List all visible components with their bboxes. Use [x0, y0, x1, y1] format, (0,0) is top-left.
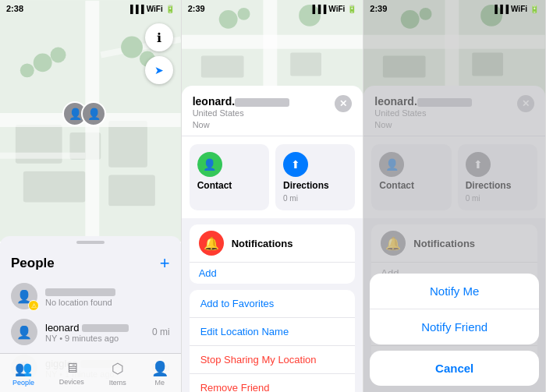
avatar: 👤 ⚠ [11, 283, 37, 309]
notif-info-2: Notifications [232, 238, 293, 249]
map-controls: ℹ ➤ [145, 23, 173, 84]
action-grid-2: 👤 Contact ⬆ Directions 0 mi [182, 136, 363, 218]
person-sub: No location found [45, 298, 170, 307]
status-bar-3: 2:39 ▐▐▐ WiFi 🔋 [363, 0, 545, 17]
person-name: leonard [45, 322, 144, 334]
menu-item-remove-friend-2[interactable]: Remove Friend [190, 374, 356, 392]
contact-label-2: Contact [197, 180, 261, 191]
sheet-header-2: leonard. United States ✕ Now [182, 86, 363, 136]
detail-sheet-2: leonard. United States ✕ Now 👤 Contact ⬆… [182, 86, 363, 392]
panel-3: 2:39 ▐▐▐ WiFi 🔋 leonard. United States ✕… [363, 0, 546, 392]
action-sheet: Notify Me Notify Friend Cancel [363, 274, 545, 392]
person-distance: 0 mi [152, 327, 170, 337]
tab-devices[interactable]: 🖥 Devices [59, 360, 84, 386]
svg-point-11 [51, 48, 66, 63]
notif-add-2[interactable]: Add [190, 262, 356, 284]
tab-items[interactable]: ⬡ Items [109, 360, 126, 387]
sheet-person-name-2: leonard. [193, 95, 289, 108]
svg-point-12 [20, 63, 34, 77]
tab-items-label: Items [109, 379, 126, 387]
status-icons-3: ▐▐▐ WiFi 🔋 [492, 5, 539, 13]
notify-me-button[interactable]: Notify Me [370, 274, 539, 309]
list-item[interactable]: 👤 leonard NY • 9 minutes ago 0 mi [0, 314, 181, 350]
info-button[interactable]: ℹ [145, 23, 173, 51]
battery-icon-2: 🔋 [347, 5, 356, 13]
directions-icon-2: ⬆ [283, 152, 308, 177]
status-bar-2: 2:39 ▐▐▐ WiFi 🔋 [182, 0, 363, 17]
svg-rect-21 [290, 53, 321, 76]
directions-label-2: Directions [283, 180, 347, 191]
tab-people-label: People [12, 379, 34, 387]
list-item[interactable]: 👤 ⚠ No location found [0, 278, 181, 314]
notif-icon-2: 🔔 [199, 231, 224, 256]
menu-item-stop-sharing-2[interactable]: Stop Sharing My Location [190, 346, 356, 374]
action-sheet-options: Notify Me Notify Friend [370, 274, 539, 344]
menu-list-2: Add to Favorites Edit Location Name Stop… [190, 290, 356, 392]
svg-rect-5 [108, 175, 155, 207]
avatar-2: 👤 [81, 101, 106, 126]
battery-icon-3: 🔋 [530, 5, 539, 13]
notifications-section-2: 🔔 Notifications Add [190, 224, 356, 284]
blurred-name [45, 288, 115, 296]
directions-card-2[interactable]: ⬆ Directions 0 mi [275, 144, 355, 210]
people-title: People [11, 256, 55, 271]
blurred-name-2 [235, 98, 289, 107]
avatar-cluster: 👤 👤 [62, 101, 106, 126]
svg-point-10 [34, 53, 52, 72]
cancel-button[interactable]: Cancel [370, 351, 539, 386]
person-info: leonard NY • 9 minutes ago [45, 322, 144, 343]
battery-icon: 🔋 [165, 5, 175, 13]
close-button-2[interactable]: ✕ [335, 95, 352, 112]
location-badge: ⚠ [28, 300, 39, 311]
blurred-name [82, 324, 129, 332]
person-icon: 👤 [203, 158, 216, 171]
wifi-icon-3: WiFi [511, 5, 527, 13]
panel-2: 2:39 ▐▐▐ WiFi 🔋 leonard. United States ✕… [182, 0, 364, 392]
tab-me[interactable]: 👤 Me [151, 360, 168, 387]
contact-icon-2: 👤 [197, 152, 222, 177]
people-tab-icon: 👥 [15, 360, 32, 377]
wifi-icon: WiFi [147, 5, 163, 13]
notif-title-2: Notifications [232, 238, 293, 249]
devices-tab-icon: 🖥 [65, 360, 79, 376]
status-time-1: 2:38 [6, 4, 23, 13]
signal-icon: ▐▐▐ [127, 5, 144, 13]
add-person-button[interactable]: + [160, 253, 170, 274]
signal-icon-3: ▐▐▐ [492, 5, 509, 13]
arrow-icon: ➤ [154, 64, 164, 76]
panel-1: 2:38 ▐▐▐ WiFi 🔋 ℹ ➤ 👤 👤 People + [0, 0, 182, 392]
avatar: 👤 [11, 319, 37, 345]
status-time-3: 2:39 [370, 4, 387, 13]
people-header: People + [0, 244, 181, 278]
wifi-icon-2: WiFi [328, 5, 345, 13]
svg-point-13 [121, 37, 143, 58]
status-icons-2: ▐▐▐ WiFi 🔋 [310, 5, 356, 13]
directions-sub-2: 0 mi [283, 194, 347, 203]
drag-handle [76, 241, 105, 244]
tab-devices-label: Devices [59, 378, 84, 386]
person-sub: NY • 9 minutes ago [45, 334, 144, 343]
sheet-location-2: United States [193, 108, 289, 118]
svg-rect-22 [201, 56, 244, 78]
svg-rect-3 [108, 121, 147, 168]
arrow-up-icon: ⬆ [291, 158, 300, 171]
status-bar-1: 2:38 ▐▐▐ WiFi 🔋 [0, 0, 181, 17]
person-name-blur [45, 286, 170, 298]
location-button[interactable]: ➤ [145, 56, 173, 84]
tab-people[interactable]: 👥 People [12, 360, 34, 387]
contact-card-2[interactable]: 👤 Contact [190, 144, 269, 210]
notify-friend-button[interactable]: Notify Friend [370, 309, 539, 344]
status-time-2: 2:39 [188, 4, 205, 13]
menu-item-location-name-2[interactable]: Edit Location Name [190, 318, 356, 346]
notif-row-2: 🔔 Notifications [190, 224, 356, 262]
info-icon: ℹ [157, 30, 161, 45]
signal-icon-2: ▐▐▐ [310, 5, 326, 13]
person-info: No location found [45, 286, 170, 307]
menu-item-favorites-2[interactable]: Add to Favorites [190, 290, 356, 318]
me-tab-icon: 👤 [151, 360, 168, 377]
svg-rect-4 [23, 171, 86, 203]
tab-bar: 👥 People 🖥 Devices ⬡ Items 👤 Me [0, 353, 181, 392]
items-tab-icon: ⬡ [112, 360, 124, 377]
sheet-time-2: Now [193, 120, 353, 129]
status-icons-1: ▐▐▐ WiFi 🔋 [127, 5, 174, 13]
